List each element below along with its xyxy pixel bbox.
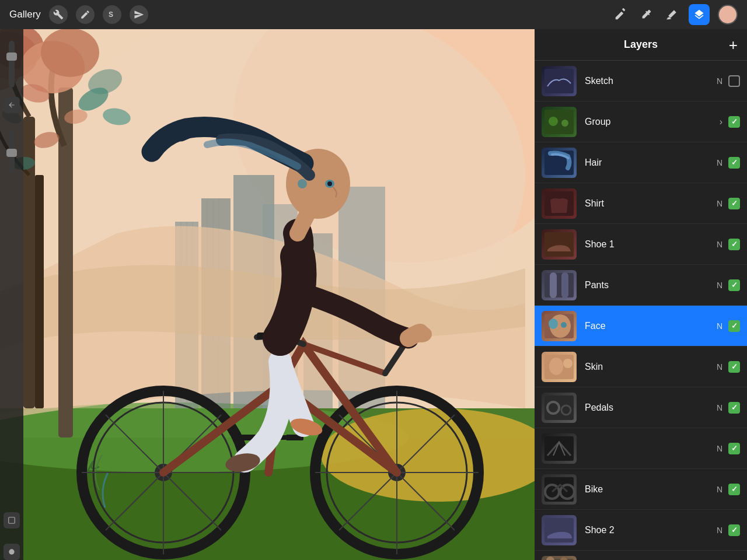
layer-row-shoe1[interactable]: Shoe 1N <box>535 224 747 265</box>
layer-visibility-shoe1[interactable] <box>728 239 740 250</box>
layers-title: Layers <box>624 38 658 51</box>
layer-name-pants: Pants <box>585 280 717 290</box>
undo-button[interactable] <box>4 97 20 113</box>
svg-point-63 <box>327 181 332 186</box>
size-slider-thumb[interactable] <box>6 149 17 157</box>
svg-point-78 <box>561 322 567 328</box>
layer-thumb-sketch <box>542 66 577 96</box>
layer-visibility-skin[interactable] <box>728 361 740 373</box>
layer-visibility-group[interactable] <box>728 116 740 128</box>
toolbar-right <box>612 4 738 25</box>
gallery-button[interactable]: Gallery <box>9 9 41 20</box>
layer-name-bike: Bike <box>585 484 717 495</box>
layer-mode-shirt: N <box>717 199 722 208</box>
layer-visibility-bike[interactable] <box>728 484 740 495</box>
pen-icon[interactable] <box>76 5 95 24</box>
layer-thumb-group <box>542 107 577 137</box>
layer-row-sketch[interactable]: SketchN <box>535 61 747 102</box>
wrench-icon[interactable] <box>49 5 68 24</box>
layer-visibility-shirt[interactable] <box>728 198 740 209</box>
layer-row-pants2[interactable]: Pants 2N <box>535 551 747 560</box>
layer-mode-bike-parts: N <box>717 444 722 453</box>
layer-thumb-bike <box>542 474 577 505</box>
layer-row-skin[interactable]: SkinN <box>535 346 747 387</box>
layer-chevron-icon-group[interactable]: › <box>720 117 722 127</box>
layer-name-shoe2: Shoe 2 <box>585 525 717 536</box>
left-tools-panel <box>0 29 23 560</box>
layer-row-group[interactable]: Group› <box>535 102 747 142</box>
layer-thumb-shirt <box>542 188 577 219</box>
layer-name-shirt: Shirt <box>585 198 717 209</box>
layer-row-shirt[interactable]: ShirtN <box>535 183 747 224</box>
toolbar-left: Gallery S <box>9 5 148 24</box>
svg-point-82 <box>563 359 573 368</box>
layer-name-pedals: Pedals <box>585 402 717 413</box>
layer-visibility-shoe2[interactable] <box>728 524 740 536</box>
layer-row-pedals[interactable]: PedalsN <box>535 387 747 428</box>
layer-name-shoe1: Shoe 1 <box>585 239 717 250</box>
layer-row-bike-parts[interactable]: N <box>535 428 747 469</box>
layers-panel-toggle[interactable] <box>689 4 710 25</box>
eyedropper-icon[interactable] <box>637 6 655 23</box>
toolbar: Gallery S <box>0 0 747 29</box>
svg-point-71 <box>561 120 568 127</box>
opacity-slider-thumb[interactable] <box>6 52 17 61</box>
svg-rect-66 <box>9 517 15 524</box>
size-slider[interactable] <box>9 128 15 175</box>
canvas-area <box>0 0 535 560</box>
svg-rect-74 <box>544 232 574 257</box>
svg-rect-75 <box>544 273 574 298</box>
layer-mode-bike: N <box>717 485 722 494</box>
layer-mode-face: N <box>717 321 722 331</box>
layer-row-face[interactable]: FaceN <box>535 306 747 346</box>
layer-mode-shoe2: N <box>717 526 722 535</box>
eraser-icon[interactable] <box>663 6 680 23</box>
shape-tool[interactable] <box>4 512 20 528</box>
layer-name-group: Group <box>585 117 720 127</box>
layer-name-sketch: Sketch <box>585 76 717 86</box>
layer-visibility-face[interactable] <box>728 320 740 332</box>
svg-text:S: S <box>109 10 113 19</box>
layer-row-shoe2[interactable]: Shoe 2N <box>535 510 747 551</box>
layer-mode-shoe1: N <box>717 240 722 249</box>
opacity-slider[interactable] <box>9 41 15 88</box>
layer-visibility-pedals[interactable] <box>728 402 740 414</box>
layer-row-pants[interactable]: PantsN <box>535 265 747 306</box>
layer-thumb-bike-parts <box>542 433 577 464</box>
layers-list: SketchNGroup›HairNShirtNShoe 1NPantsNFac… <box>535 61 747 560</box>
layer-visibility-hair[interactable] <box>728 157 740 169</box>
layer-visibility-bike-parts[interactable] <box>728 443 740 454</box>
layer-mode-pedals: N <box>717 403 722 412</box>
layer-visibility-sketch[interactable] <box>728 75 740 87</box>
layer-thumb-shoe1 <box>542 229 577 260</box>
svg-rect-21 <box>35 175 44 408</box>
svg-point-79 <box>549 318 558 329</box>
layer-mode-sketch: N <box>717 76 722 86</box>
layer-thumb-skin <box>542 352 577 382</box>
layer-name-hair: Hair <box>585 158 717 168</box>
svg-rect-90 <box>544 518 574 542</box>
layer-row-hair[interactable]: HairN <box>535 142 747 183</box>
layer-row-bike[interactable]: BikeN <box>535 469 747 510</box>
smudge-tool[interactable] <box>4 544 20 560</box>
layer-thumb-face <box>542 311 577 341</box>
layer-thumb-hair <box>542 148 577 178</box>
send-icon[interactable] <box>130 5 148 24</box>
layer-name-skin: Skin <box>585 362 717 372</box>
svg-point-70 <box>549 117 558 126</box>
svg-point-65 <box>298 179 307 188</box>
layer-thumb-pants2 <box>542 556 577 561</box>
color-picker[interactable] <box>718 5 738 24</box>
layers-panel: Layers + SketchNGroup›HairNShirtNShoe 1N… <box>535 29 747 560</box>
layer-thumb-pedals <box>542 393 577 423</box>
add-layer-button[interactable]: + <box>729 37 738 52</box>
svg-point-60 <box>411 326 432 342</box>
s-tool-icon[interactable]: S <box>103 5 121 24</box>
pencil-tool-icon[interactable] <box>612 6 629 23</box>
layer-mode-skin: N <box>717 362 722 372</box>
svg-rect-86 <box>544 436 574 461</box>
layer-thumb-pants <box>542 270 577 300</box>
layer-mode-hair: N <box>717 158 722 167</box>
layer-visibility-pants[interactable] <box>728 279 740 291</box>
layer-name-face: Face <box>585 321 717 331</box>
